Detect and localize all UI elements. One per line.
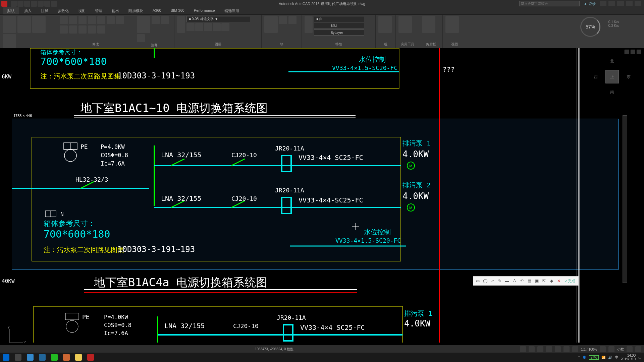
- fillet-icon[interactable]: [116, 16, 124, 24]
- layer-match-icon[interactable]: [221, 23, 229, 31]
- block-edit-icon[interactable]: [288, 16, 297, 24]
- layer-dropdown[interactable]: ■ 0-05L标注文字 ▼: [186, 16, 250, 22]
- drawing-canvas[interactable]: 北 南 西 东 上 1758 × 446 箱体参考尺寸： 700*600*180…: [0, 48, 644, 343]
- qat-open-icon[interactable]: [17, 1, 23, 7]
- status-osnap-icon[interactable]: [555, 346, 561, 352]
- tab-manage[interactable]: 管理: [91, 7, 106, 14]
- lineweight-dropdown[interactable]: ———— 默认: [314, 23, 364, 29]
- tab-featured[interactable]: 精选应用: [220, 7, 243, 14]
- mirror-icon[interactable]: [107, 16, 115, 24]
- status-clean-icon[interactable]: [627, 346, 633, 352]
- tab-insert[interactable]: 插入: [20, 7, 36, 14]
- tab-performance[interactable]: Performance: [190, 7, 219, 14]
- search-input[interactable]: 键入关键字或短语: [519, 1, 580, 6]
- status-lw-icon[interactable]: [572, 346, 578, 352]
- qat-saveas-icon[interactable]: [31, 1, 37, 7]
- exchange-icon[interactable]: [600, 1, 606, 6]
- tab-a360[interactable]: A360: [149, 7, 165, 14]
- group-button[interactable]: [378, 16, 392, 33]
- close-icon[interactable]: [635, 1, 641, 6]
- layer-iso-icon[interactable]: [213, 23, 221, 31]
- tray-people-icon[interactable]: 👤: [582, 356, 586, 359]
- status-ws-icon[interactable]: [608, 346, 614, 352]
- minimize-icon[interactable]: [617, 1, 624, 6]
- tray-up-icon[interactable]: ^: [578, 356, 580, 359]
- snap-pin-icon[interactable]: ◆: [548, 278, 555, 284]
- base-button[interactable]: [445, 16, 459, 33]
- trim-icon[interactable]: [78, 16, 87, 24]
- scale-icon[interactable]: [78, 25, 87, 34]
- match-props-button[interactable]: [305, 16, 313, 33]
- tab-output[interactable]: 输出: [108, 7, 123, 14]
- move-icon[interactable]: [60, 16, 68, 24]
- tray-volume-icon[interactable]: 🔊: [608, 356, 612, 359]
- status-snap-icon[interactable]: [529, 346, 535, 352]
- copy-icon[interactable]: [97, 16, 105, 24]
- snap-highlight-icon[interactable]: ▬: [504, 278, 511, 284]
- stretch-icon[interactable]: [69, 25, 77, 34]
- status-units[interactable]: 小数: [617, 347, 624, 352]
- measure-button[interactable]: [398, 16, 412, 33]
- snap-ellipse-icon[interactable]: ◯: [482, 278, 488, 284]
- array-icon[interactable]: [88, 25, 96, 34]
- rotate-icon[interactable]: [69, 16, 77, 24]
- wechat-icon[interactable]: [48, 353, 60, 362]
- snap-share-icon[interactable]: ⇱: [541, 278, 547, 284]
- status-anno-icon[interactable]: [600, 346, 606, 352]
- status-grid-icon[interactable]: [520, 346, 526, 352]
- polyline-button[interactable]: [17, 16, 31, 33]
- maximize-icon[interactable]: [626, 1, 633, 6]
- notifications-icon[interactable]: ▭: [638, 356, 641, 359]
- leader-icon[interactable]: [161, 16, 169, 24]
- snap-save-icon[interactable]: ▣: [533, 278, 540, 284]
- qat-undo-icon[interactable]: [44, 1, 50, 7]
- qat-plot-icon[interactable]: [38, 1, 44, 7]
- snap-cancel-icon[interactable]: ✕: [555, 278, 562, 284]
- table-icon[interactable]: [137, 34, 145, 42]
- block-create-icon[interactable]: [279, 16, 287, 24]
- tab-addins[interactable]: 附加模块: [124, 7, 147, 14]
- insert-button[interactable]: [264, 16, 278, 33]
- autocad-taskbar-icon[interactable]: [85, 353, 97, 362]
- tray-ime-icon[interactable]: 中: [615, 355, 618, 360]
- qat-new-icon[interactable]: [11, 1, 17, 7]
- system-clock[interactable]: 14:00 2019/1/10: [621, 354, 636, 361]
- snap-text-icon[interactable]: A: [511, 278, 518, 284]
- tab-parametric[interactable]: 参数化: [54, 7, 73, 14]
- explode-icon[interactable]: [60, 25, 68, 34]
- tab-default[interactable]: 默认: [3, 7, 19, 14]
- snap-copy-icon[interactable]: ▤: [526, 278, 533, 284]
- dim-icon[interactable]: [152, 16, 160, 24]
- snap-undo-icon[interactable]: ↶: [519, 278, 525, 284]
- status-polar-icon[interactable]: [546, 346, 552, 352]
- explorer-icon[interactable]: [72, 353, 85, 362]
- tab-annotate[interactable]: 注释: [37, 7, 52, 14]
- snap-arrow-icon[interactable]: ↗: [489, 278, 496, 284]
- color-dropdown[interactable]: ■ 白: [314, 16, 364, 22]
- app3-icon[interactable]: [60, 353, 72, 362]
- taskview-icon[interactable]: [12, 353, 24, 362]
- status-custom-icon[interactable]: [635, 346, 641, 352]
- text-button[interactable]: [137, 16, 150, 33]
- qat-save-icon[interactable]: [24, 1, 30, 7]
- layer-freeze-icon[interactable]: [195, 23, 203, 31]
- status-otrack-icon[interactable]: [564, 346, 570, 352]
- status-scale[interactable]: 1:1 / 100%: [581, 348, 597, 351]
- app2-icon[interactable]: [36, 353, 48, 362]
- layer-props-button[interactable]: [177, 16, 185, 33]
- help-icon[interactable]: [608, 1, 615, 6]
- layer-lock-icon[interactable]: [204, 23, 212, 31]
- browser-icon[interactable]: [24, 353, 36, 362]
- layer-off-icon[interactable]: [186, 23, 195, 31]
- paste-button[interactable]: [422, 16, 435, 33]
- battery-indicator[interactable]: 97%: [589, 355, 598, 360]
- tab-view[interactable]: 视图: [74, 7, 90, 14]
- start-button[interactable]: [0, 353, 12, 362]
- erase-icon[interactable]: [88, 16, 96, 24]
- snap-rect-icon[interactable]: ▭: [474, 278, 481, 284]
- signin-button[interactable]: ▲ 登录: [582, 1, 598, 6]
- linetype-dropdown[interactable]: ———— ByLayer: [314, 29, 364, 36]
- app-icon[interactable]: [1, 1, 7, 7]
- snap-pen-icon[interactable]: ✎: [496, 278, 503, 284]
- offset-icon[interactable]: [97, 25, 105, 34]
